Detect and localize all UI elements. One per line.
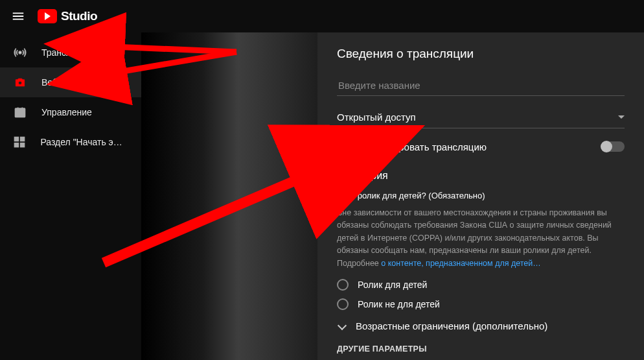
camera-icon bbox=[13, 75, 27, 90]
video-preview-area bbox=[141, 32, 317, 360]
stream-title-input[interactable] bbox=[337, 79, 625, 91]
coppa-info-link[interactable]: о контенте, предназначенном для детей… bbox=[381, 259, 541, 268]
top-bar: Studio bbox=[0, 0, 644, 32]
radio-label: Ролик для детей bbox=[358, 280, 427, 290]
sidebar-item-label: Управление bbox=[41, 107, 92, 117]
title-input-row[interactable] bbox=[337, 78, 625, 96]
sidebar-item-section[interactable]: Раздел "Начать эфи… bbox=[0, 127, 141, 157]
radio-icon bbox=[337, 298, 349, 310]
sidebar-item-manage[interactable]: Управление bbox=[0, 97, 141, 127]
svg-point-1 bbox=[18, 81, 21, 84]
svg-rect-5 bbox=[15, 143, 19, 147]
svg-rect-7 bbox=[339, 143, 349, 151]
svg-point-0 bbox=[19, 51, 21, 54]
hamburger-menu-button[interactable] bbox=[10, 8, 26, 24]
sidebar-item-label: Веб-камера bbox=[41, 77, 91, 88]
schedule-toggle[interactable] bbox=[601, 141, 625, 152]
svg-rect-8 bbox=[340, 147, 343, 149]
radio-icon bbox=[337, 279, 349, 291]
sidebar: Трансляции Веб-камера Управление Раздел … bbox=[0, 32, 141, 360]
audience-description: Вне зависимости от вашего местонахождени… bbox=[337, 207, 625, 270]
other-params-heading: ДРУГИЕ ПАРАМЕТРЫ bbox=[337, 344, 625, 354]
panel-title: Сведения о трансляции bbox=[337, 47, 625, 61]
chevron-down-icon bbox=[338, 321, 347, 330]
svg-rect-4 bbox=[21, 138, 25, 141]
logo-text: Studio bbox=[61, 9, 97, 23]
audience-heading: Аудитория bbox=[337, 170, 625, 182]
calendar-event-icon bbox=[337, 140, 350, 153]
schedule-label: Запланировать трансляцию bbox=[360, 141, 487, 152]
radio-not-for-kids[interactable]: Ролик не для детей bbox=[337, 298, 625, 310]
sidebar-item-label: Раздел "Начать эфи… bbox=[40, 137, 128, 147]
sidebar-item-label: Трансляции bbox=[41, 47, 91, 58]
studio-logo[interactable]: Studio bbox=[38, 9, 97, 23]
youtube-icon bbox=[38, 9, 57, 23]
broadcast-icon bbox=[13, 45, 27, 60]
schedule-row: Запланировать трансляцию bbox=[337, 140, 625, 153]
radio-label: Ролик не для детей bbox=[358, 299, 440, 309]
audience-question: Этот ролик для детей? (Обязательно) bbox=[337, 191, 625, 200]
visibility-select[interactable]: Открытый доступ bbox=[337, 108, 625, 128]
svg-rect-2 bbox=[16, 108, 25, 117]
menu-icon bbox=[11, 9, 25, 23]
svg-rect-3 bbox=[15, 138, 19, 141]
sidebar-item-streams[interactable]: Трансляции bbox=[0, 38, 141, 67]
age-restriction-label: Возрастные ограничения (дополнительно) bbox=[356, 320, 547, 331]
radio-for-kids[interactable]: Ролик для детей bbox=[337, 279, 625, 291]
calendar-icon bbox=[13, 105, 27, 119]
grid-icon bbox=[13, 135, 26, 149]
stream-details-panel: Сведения о трансляции Открытый доступ За… bbox=[317, 32, 644, 360]
age-restriction-expander[interactable]: Возрастные ограничения (дополнительно) bbox=[337, 320, 625, 331]
visibility-value: Открытый доступ bbox=[337, 112, 416, 123]
sidebar-item-webcam[interactable]: Веб-камера bbox=[0, 67, 141, 97]
svg-rect-6 bbox=[21, 143, 25, 147]
chevron-down-icon bbox=[618, 115, 625, 119]
